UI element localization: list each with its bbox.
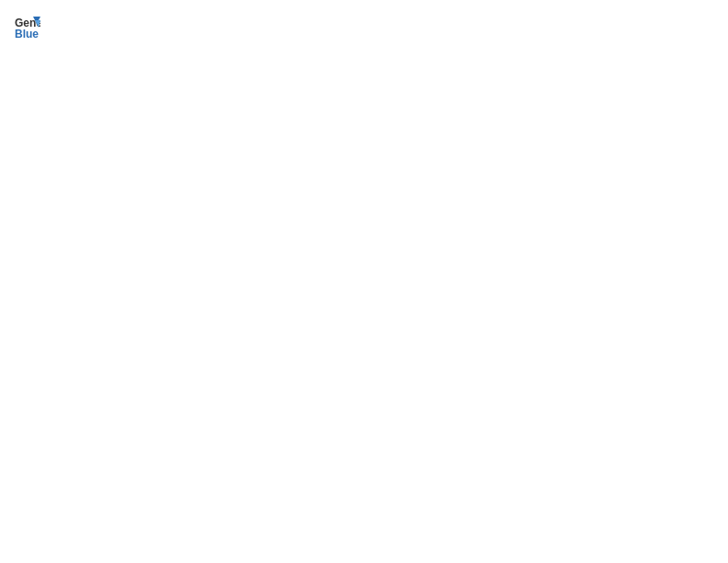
logo: General Blue [15,15,40,40]
logo-icon: General Blue [15,15,40,40]
header: General Blue [15,15,713,40]
svg-text:Blue: Blue [15,28,39,40]
